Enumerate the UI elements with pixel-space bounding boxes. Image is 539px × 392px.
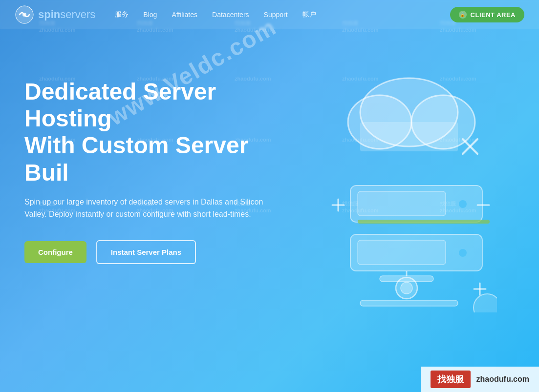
server-illustration [311, 59, 497, 312]
svg-rect-9 [358, 191, 446, 216]
svg-rect-13 [358, 240, 446, 265]
bottom-watermark-bar: 找独服 zhaodufu.com [421, 367, 539, 392]
nav-account[interactable]: 帐户 [302, 10, 316, 19]
lock-icon: 🔒 [459, 11, 467, 19]
navbar: spinservers 服务 Blog Affiliates Datacente… [0, 0, 539, 29]
logo-text: spinservers [38, 8, 95, 21]
hero-content: Dedicated Server Hosting With Custom Ser… [24, 59, 294, 264]
bottom-wm-cn-text: 找独服 [431, 371, 471, 388]
instant-plans-button[interactable]: Instant Server Plans [96, 240, 196, 264]
hero-illustration [294, 59, 515, 312]
nav-affiliates[interactable]: Affiliates [172, 11, 197, 19]
nav-links: 服务 Blog Affiliates Datacenters Support 帐… [115, 10, 450, 19]
svg-rect-11 [358, 220, 490, 224]
hero-subtitle: Spin up our large inventory of dedicated… [24, 196, 269, 221]
svg-point-25 [474, 294, 497, 312]
svg-point-1 [22, 13, 26, 17]
logo[interactable]: spinservers [15, 5, 95, 24]
svg-point-14 [459, 249, 467, 257]
logo-icon [15, 5, 34, 24]
svg-rect-22 [360, 300, 458, 306]
bottom-wm-domain: zhaodufu.com [476, 375, 529, 384]
nav-datacenters[interactable]: Datacenters [212, 11, 249, 19]
client-area-button[interactable]: 🔒 CLIENT AREA [450, 7, 524, 22]
svg-point-21 [401, 282, 412, 294]
svg-point-10 [459, 200, 467, 208]
hero-title: Dedicated Server Hosting With Custom Ser… [24, 78, 294, 186]
nav-blog[interactable]: Blog [143, 11, 157, 19]
hero-section: Dedicated Server Hosting With Custom Ser… [0, 29, 539, 392]
configure-button[interactable]: Configure [24, 241, 86, 263]
nav-services[interactable]: 服务 [115, 10, 129, 19]
hero-buttons: Configure Instant Server Plans [24, 240, 294, 264]
nav-support[interactable]: Support [264, 11, 288, 19]
client-area-label: CLIENT AREA [471, 11, 516, 19]
svg-rect-5 [360, 122, 458, 151]
